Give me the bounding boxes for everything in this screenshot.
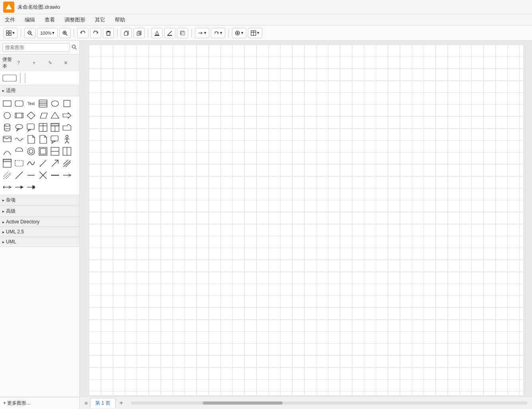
menu-edit[interactable]: 编辑 <box>23 16 37 24</box>
waypoint-style-btn[interactable]: ▾ <box>211 28 225 38</box>
shape-page[interactable] <box>26 134 37 145</box>
shape-line-arrow[interactable] <box>61 170 73 181</box>
shape-dashed-rect[interactable] <box>14 158 25 169</box>
section-header-active-directory[interactable]: ▸ Active Directory <box>0 217 79 227</box>
sep2 <box>74 29 74 37</box>
shape-comment[interactable] <box>26 122 37 133</box>
undo-btn[interactable] <box>77 28 88 38</box>
shape-rect-frame[interactable] <box>37 146 49 157</box>
shape-square[interactable] <box>61 98 73 109</box>
scratchpad-help-icon[interactable]: ? <box>16 60 30 66</box>
shape-rect[interactable] <box>2 98 13 109</box>
shape-process[interactable] <box>14 110 25 121</box>
scratchpad-edit-icon[interactable]: ✎ <box>47 60 61 66</box>
paste-style-btn[interactable] <box>133 28 145 38</box>
shape-container[interactable] <box>2 158 13 169</box>
copy-style-btn[interactable] <box>121 28 132 38</box>
section-header-uml[interactable]: ▸ UML <box>0 237 79 247</box>
page-tabs-menu-btn[interactable]: ≡ <box>83 398 89 408</box>
menu-extra[interactable]: 其它 <box>93 16 107 24</box>
shape-table[interactable] <box>37 122 49 133</box>
shape-wave[interactable] <box>14 134 25 145</box>
svg-marker-63 <box>28 129 31 131</box>
shape-h-divider[interactable] <box>49 146 61 157</box>
shape-table2[interactable] <box>49 122 61 133</box>
scratchpad-add-icon[interactable]: + <box>32 60 46 66</box>
shape-arc[interactable] <box>2 146 13 157</box>
canvas-container[interactable] <box>80 41 532 396</box>
connection-style-btn[interactable]: ▾ <box>195 28 209 38</box>
shape-hatch1[interactable] <box>61 158 73 169</box>
svg-text:Text: Text <box>27 102 35 106</box>
shapes-grid-general: Text <box>0 96 79 195</box>
shape-wave-callout[interactable] <box>2 134 13 145</box>
shape-half-circle[interactable] <box>14 146 25 157</box>
section-header-uml25[interactable]: ▸ UML 2.5 <box>0 227 79 237</box>
scratchpad-close-icon[interactable]: ✕ <box>63 60 77 66</box>
canvas[interactable] <box>89 45 523 395</box>
menu-help[interactable]: 帮助 <box>113 16 127 24</box>
shape-text[interactable]: Text <box>26 98 37 109</box>
zoom-out-btn[interactable] <box>24 28 35 38</box>
shape-ring[interactable] <box>26 146 37 157</box>
shape-page2[interactable] <box>37 134 49 145</box>
shape-arrow-diag[interactable] <box>49 158 61 169</box>
shape-pencil[interactable] <box>37 158 49 169</box>
delete-btn[interactable] <box>103 28 114 38</box>
insert-btn[interactable]: ▾ <box>232 28 246 38</box>
search-button[interactable] <box>71 44 77 51</box>
section-arrow-general: ▸ <box>2 88 4 93</box>
page-tab-add-btn[interactable]: + <box>116 398 126 408</box>
svg-rect-70 <box>51 123 59 126</box>
table-btn[interactable]: ▾ <box>248 28 262 38</box>
svg-rect-40 <box>15 101 23 106</box>
shape-triangle[interactable] <box>49 110 61 121</box>
zoom-in-btn[interactable] <box>59 28 71 38</box>
shape-line-arrow3[interactable] <box>14 182 25 193</box>
view-toggle-btn[interactable]: ▾ <box>3 28 18 38</box>
svg-rect-74 <box>39 136 41 137</box>
shadow-btn[interactable] <box>177 28 188 38</box>
shape-diag-line3[interactable] <box>37 170 49 181</box>
search-input[interactable] <box>2 43 70 52</box>
fill-color-btn[interactable] <box>151 28 163 38</box>
h-scrollbar[interactable] <box>131 401 527 405</box>
shape-curve[interactable] <box>26 158 37 169</box>
shape-v-divider[interactable] <box>61 146 73 157</box>
scratchpad-label: 便签本 <box>2 56 15 70</box>
section-header-misc[interactable]: ▸ 杂项 <box>0 195 79 206</box>
line-color-btn[interactable] <box>164 28 175 38</box>
shape-actor[interactable] <box>61 134 73 145</box>
svg-rect-3 <box>9 33 11 35</box>
shape-cylinder[interactable] <box>2 122 13 133</box>
shape-pentagon[interactable] <box>61 122 73 133</box>
shape-parallelogram[interactable] <box>37 110 49 121</box>
h-scrollbar-thumb[interactable] <box>203 401 283 405</box>
shape-arrow-right[interactable] <box>61 110 73 121</box>
menu-view[interactable]: 查看 <box>43 16 57 24</box>
shape-diag-line[interactable] <box>14 170 25 181</box>
shape-ellipse[interactable] <box>49 98 61 109</box>
zoom-level-display[interactable]: 100% ▾ <box>37 28 58 38</box>
shape-line-thick[interactable] <box>26 182 37 193</box>
section-header-advanced[interactable]: ▸ 高级 <box>0 206 79 217</box>
shape-callout-rect[interactable] <box>49 134 61 145</box>
redo-btn[interactable] <box>90 28 101 38</box>
scratch-rect[interactable] <box>2 74 17 82</box>
menu-format[interactable]: 调整图形 <box>63 16 87 24</box>
shape-line-solid[interactable] <box>49 170 61 181</box>
page-tab-1-label: 第 1 页 <box>95 400 110 406</box>
page-tab-1[interactable]: 第 1 页 <box>90 398 115 408</box>
svg-line-94 <box>40 160 46 166</box>
shape-hatch2[interactable] <box>2 170 13 181</box>
shape-diamond[interactable] <box>26 110 37 121</box>
shape-circle[interactable] <box>2 110 13 121</box>
add-more-shapes-btn[interactable]: + 更多图形... <box>0 397 79 409</box>
shape-line-arrow2[interactable] <box>2 182 13 193</box>
shape-rounded-rect[interactable] <box>14 98 25 109</box>
shape-note[interactable] <box>37 98 49 109</box>
menu-file[interactable]: 文件 <box>3 16 17 24</box>
shape-diag-line2[interactable] <box>26 170 37 181</box>
shape-callout-oval[interactable] <box>14 122 25 133</box>
section-header-general[interactable]: ▸ 适用 <box>0 85 79 96</box>
